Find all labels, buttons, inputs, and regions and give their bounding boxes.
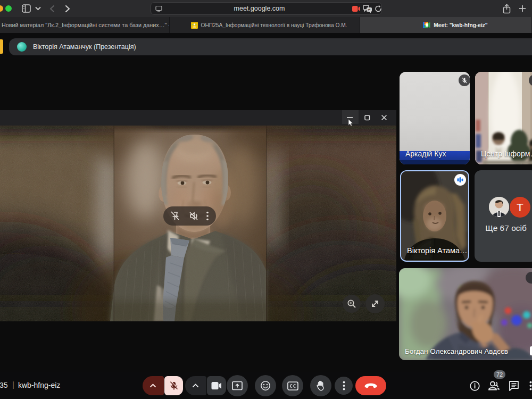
svg-text:⇄: ⇄ [368, 8, 370, 11]
